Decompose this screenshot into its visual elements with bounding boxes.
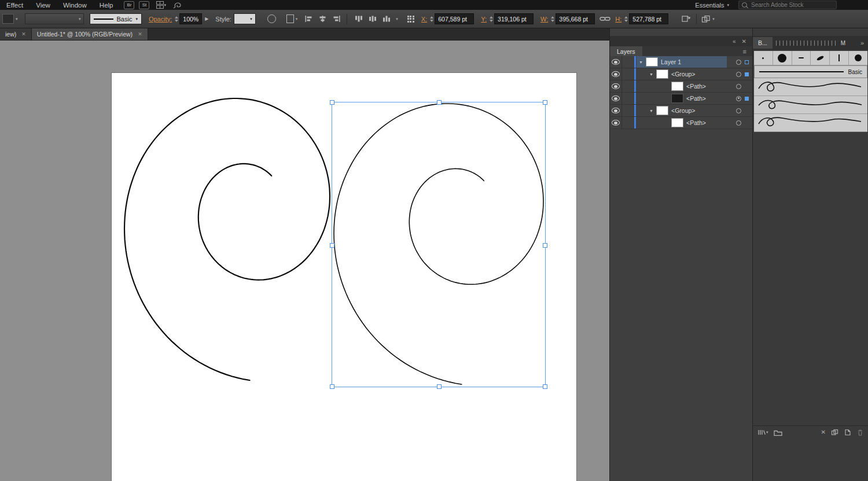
libraries-panel-icon[interactable] — [774, 429, 782, 436]
art-brush-row[interactable] — [754, 78, 867, 96]
selection-handle-n[interactable] — [437, 100, 442, 105]
brush-swatch[interactable] — [811, 51, 830, 65]
brush-swatch[interactable] — [773, 51, 792, 65]
target-circle-icon[interactable] — [736, 60, 741, 65]
remove-brush-stroke-icon[interactable]: ✕ — [821, 429, 826, 435]
stock-badge-icon[interactable]: St — [139, 1, 149, 9]
brush-swatch[interactable] — [792, 51, 811, 65]
recolor-artwork-icon[interactable] — [267, 14, 276, 23]
constrain-proportions-link-icon[interactable] — [599, 16, 610, 22]
panel-menu-icon[interactable]: ≡ — [743, 48, 746, 55]
brush-libraries-menu-icon[interactable]: ▾ — [757, 429, 768, 436]
layers-row[interactable]: ▼ Layer 1 — [610, 56, 752, 68]
opacity-field[interactable]: 100% — [179, 13, 202, 24]
target-circle-targeted-icon[interactable] — [736, 96, 741, 101]
opacity-link-label[interactable]: Opacity: — [149, 16, 172, 23]
expand-panels-icon[interactable]: » — [860, 39, 864, 46]
menu-help[interactable]: Help — [93, 2, 120, 9]
selection-handle-se[interactable] — [543, 384, 547, 389]
gpu-performance-icon[interactable] — [173, 1, 182, 9]
selection-handle-sw[interactable] — [330, 384, 334, 389]
align-right-icon[interactable] — [332, 15, 341, 23]
layer-row-body[interactable]: <Path> — [637, 93, 727, 104]
visibility-toggle[interactable] — [610, 56, 622, 68]
tab-brushes[interactable]: B... — [753, 37, 773, 49]
options-of-selected-object-icon[interactable] — [831, 429, 838, 436]
selection-handle-ne[interactable] — [543, 100, 547, 105]
brush-swatch[interactable] — [849, 51, 867, 65]
variable-width-profile-dropdown[interactable]: ▾ — [25, 13, 84, 24]
basic-brush-row[interactable]: Basic — [754, 65, 867, 78]
layers-row[interactable]: <Path> — [610, 93, 752, 105]
selection-square[interactable] — [745, 72, 749, 76]
w-link-label[interactable]: W: — [540, 16, 548, 23]
disclosure-triangle-icon[interactable]: ▼ — [639, 60, 646, 64]
layer-row-body[interactable]: ▼ Layer 1 — [637, 56, 727, 68]
align-center-icon[interactable] — [318, 15, 327, 23]
layer-thumbnail[interactable] — [671, 94, 683, 103]
layers-row[interactable]: ▼ <Group> — [610, 68, 752, 80]
distribute-bottom-icon[interactable] — [382, 15, 391, 23]
selection-handle-s[interactable] — [437, 384, 442, 389]
target-circle-icon[interactable] — [736, 72, 741, 77]
style-dropdown[interactable]: ▾ — [234, 13, 256, 24]
layer-row-body[interactable]: <Path> — [637, 80, 727, 92]
selection-handle-nw[interactable] — [330, 100, 334, 105]
close-icon[interactable]: ✕ — [742, 38, 746, 45]
layer-label[interactable]: <Group> — [671, 107, 695, 114]
layer-label[interactable]: <Group> — [671, 71, 695, 78]
selection-handle-w[interactable] — [330, 243, 334, 248]
menu-view[interactable]: View — [30, 2, 57, 9]
layer-thumbnail[interactable] — [656, 106, 668, 115]
delete-brush-icon[interactable] — [856, 429, 864, 436]
close-icon[interactable]: ✕ — [21, 31, 26, 37]
search-input[interactable] — [750, 1, 833, 9]
visibility-toggle[interactable] — [610, 117, 622, 128]
arrange-documents-dropdown[interactable]: ▾ — [156, 1, 166, 9]
visibility-toggle[interactable] — [610, 105, 622, 116]
document-tab-partial[interactable]: iew) ✕ — [0, 28, 32, 40]
close-icon[interactable]: ✕ — [138, 31, 142, 37]
art-brush-row[interactable] — [754, 96, 867, 114]
new-brush-icon[interactable] — [844, 429, 851, 436]
layer-thumbnail[interactable] — [656, 69, 668, 79]
target-circle-icon[interactable] — [736, 120, 741, 126]
distribute-center-icon[interactable] — [368, 15, 377, 23]
layer-row-body[interactable]: <Path> — [637, 117, 727, 128]
x-field[interactable]: 607,589 pt — [435, 13, 474, 24]
w-stepper[interactable] — [551, 16, 554, 22]
target-circle-icon[interactable] — [736, 108, 741, 113]
brush-definition-dropdown[interactable]: Basic ▾ — [90, 13, 142, 24]
layer-thumbnail[interactable] — [671, 82, 683, 91]
x-stepper[interactable] — [430, 16, 433, 22]
shear-icon[interactable] — [681, 15, 690, 23]
art-brush-row[interactable] — [754, 114, 867, 132]
layer-row-body[interactable]: ▼ <Group> — [637, 68, 727, 80]
visibility-toggle[interactable] — [610, 68, 622, 80]
y-field[interactable]: 319,106 pt — [494, 13, 534, 24]
document-setup-dropdown[interactable]: ▾ — [286, 14, 298, 23]
visibility-toggle[interactable] — [610, 93, 622, 104]
y-link-label[interactable]: Y: — [481, 16, 487, 23]
disclosure-triangle-icon[interactable]: ▼ — [649, 72, 656, 76]
layer-thumbnail[interactable] — [646, 57, 658, 67]
w-field[interactable]: 395,668 pt — [556, 13, 595, 24]
transform-options-dropdown[interactable]: ▾ — [701, 15, 715, 23]
disclosure-triangle-icon[interactable]: ▼ — [649, 109, 656, 113]
layers-row[interactable]: ▼ <Group> — [610, 105, 752, 117]
canvas-area[interactable] — [0, 40, 609, 481]
document-tab-active[interactable]: Untitled-1* @ 100% (RGB/Preview) ✕ — [32, 28, 148, 40]
layers-row[interactable]: <Path> — [610, 80, 752, 93]
visibility-toggle[interactable] — [610, 80, 622, 92]
h-field[interactable]: 527,788 pt — [629, 13, 668, 24]
selection-square[interactable] — [745, 97, 749, 101]
h-link-label[interactable]: H: — [615, 16, 621, 23]
bridge-badge-icon[interactable]: Br — [124, 1, 134, 9]
menu-effect[interactable]: Effect — [0, 2, 30, 9]
selection-bounding-box[interactable] — [332, 102, 546, 387]
y-stepper[interactable] — [490, 16, 493, 22]
reference-point-icon[interactable] — [407, 16, 414, 23]
opacity-stepper[interactable] — [175, 16, 178, 22]
collapse-panels-icon[interactable]: « — [733, 38, 736, 45]
brush-swatch[interactable] — [830, 51, 849, 65]
